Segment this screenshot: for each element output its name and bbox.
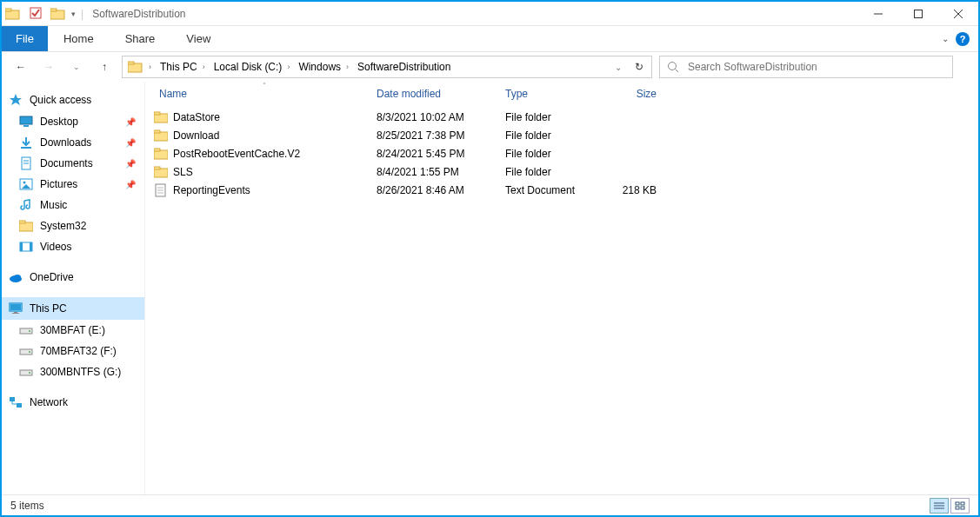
pin-icon: 📌 bbox=[125, 117, 136, 127]
column-headers[interactable]: ˄ Name Date modified Type Size bbox=[145, 82, 978, 106]
nav-quick-access[interactable]: Quick access bbox=[2, 89, 144, 111]
file-row[interactable]: ReportingEvents8/26/2021 8:46 AMText Doc… bbox=[145, 181, 978, 199]
file-name: Download bbox=[170, 129, 371, 142]
drive-icon bbox=[19, 365, 33, 379]
close-button[interactable] bbox=[938, 2, 978, 26]
sidebar-item-system32[interactable]: System32 bbox=[2, 215, 144, 236]
back-button[interactable]: ← bbox=[10, 56, 31, 77]
sidebar-item-desktop[interactable]: Desktop📌 bbox=[2, 111, 144, 132]
svg-rect-44 bbox=[961, 502, 964, 505]
file-row[interactable]: DataStore8/3/2021 10:02 AMFile folder bbox=[145, 108, 978, 126]
sidebar-item-pictures[interactable]: Pictures📌 bbox=[2, 174, 144, 195]
sidebar-item-documents[interactable]: Documents📌 bbox=[2, 153, 144, 174]
file-type: Text Document bbox=[500, 184, 604, 196]
svg-rect-45 bbox=[956, 507, 959, 509]
address-dropdown-icon[interactable]: ⌄ bbox=[608, 56, 629, 77]
search-box[interactable] bbox=[659, 56, 953, 78]
sidebar-item-music[interactable]: Music bbox=[2, 195, 144, 215]
svg-rect-46 bbox=[961, 507, 964, 509]
nav-onedrive[interactable]: OneDrive bbox=[2, 266, 144, 288]
column-name[interactable]: Name bbox=[154, 88, 371, 100]
folder-icon bbox=[154, 147, 170, 161]
file-type: File folder bbox=[500, 111, 604, 123]
view-large-icons-button[interactable] bbox=[950, 498, 970, 514]
search-input[interactable] bbox=[688, 61, 945, 73]
folder-icon bbox=[154, 110, 170, 124]
forward-button[interactable]: → bbox=[38, 56, 59, 77]
file-date: 8/3/2021 10:02 AM bbox=[371, 111, 500, 123]
svg-point-38 bbox=[669, 63, 677, 70]
breadcrumb-windows[interactable]: Windows› bbox=[295, 56, 354, 77]
file-type: File folder bbox=[500, 129, 604, 142]
column-type[interactable]: Type bbox=[500, 88, 604, 100]
ribbon: File Home Share View ⌄ ? bbox=[2, 26, 978, 52]
sidebar-drive[interactable]: 70MBFAT32 (F:) bbox=[2, 341, 144, 361]
titlebar: ▾ | SoftwareDistribution bbox=[2, 2, 978, 26]
sidebar-item-videos[interactable]: Videos bbox=[2, 236, 144, 257]
file-row[interactable]: SLS8/4/2021 1:55 PMFile folder bbox=[145, 162, 978, 181]
tab-share[interactable]: Share bbox=[110, 26, 171, 51]
file-name: SLS bbox=[170, 166, 371, 178]
file-date: 8/25/2021 7:38 PM bbox=[371, 129, 500, 142]
breadcrumb-drive[interactable]: Local Disk (C:)› bbox=[210, 56, 296, 77]
refresh-button[interactable]: ↻ bbox=[629, 56, 650, 77]
music-icon bbox=[19, 198, 33, 212]
column-date[interactable]: Date modified bbox=[371, 88, 500, 100]
file-row[interactable]: PostRebootEventCache.V28/24/2021 5:45 PM… bbox=[145, 144, 978, 162]
pin-icon: 📌 bbox=[125, 159, 136, 169]
drive-icon bbox=[19, 323, 33, 337]
navigation-pane: Quick access Desktop📌Downloads📌Documents… bbox=[2, 82, 145, 494]
nav-this-pc[interactable]: This PC bbox=[2, 297, 144, 320]
folder-icon bbox=[154, 165, 170, 179]
desktop-icon bbox=[19, 115, 33, 129]
sidebar-drive[interactable]: 30MBFAT (E:) bbox=[2, 320, 144, 341]
nav-network[interactable]: Network bbox=[2, 391, 144, 414]
app-icon bbox=[5, 7, 21, 21]
maximize-button[interactable] bbox=[898, 2, 938, 26]
svg-rect-43 bbox=[956, 502, 959, 505]
onedrive-icon bbox=[9, 270, 23, 284]
documents-icon bbox=[19, 156, 33, 170]
address-bar[interactable]: › This PC› Local Disk (C:)› Windows› Sof… bbox=[122, 56, 652, 78]
quick-access-toolbar: ▾ | bbox=[2, 7, 87, 21]
sidebar-drive[interactable]: 300MBNTFS (G:) bbox=[2, 361, 144, 382]
pin-icon: 📌 bbox=[125, 138, 136, 148]
tab-home[interactable]: Home bbox=[48, 26, 110, 51]
qat-newfolder-icon[interactable] bbox=[50, 7, 66, 21]
help-icon[interactable]: ? bbox=[956, 32, 970, 46]
videos-icon bbox=[19, 240, 33, 254]
column-size[interactable]: Size bbox=[604, 88, 665, 100]
file-date: 8/4/2021 1:55 PM bbox=[371, 166, 500, 178]
folder-icon bbox=[154, 129, 170, 143]
svg-line-39 bbox=[676, 70, 679, 73]
navigation-row: ← → ⌄ ↑ › This PC› Local Disk (C:)› Wind… bbox=[2, 52, 978, 82]
breadcrumb-current[interactable]: SoftwareDistribution bbox=[354, 56, 454, 77]
minimize-button[interactable] bbox=[858, 2, 898, 26]
status-item-count: 5 items bbox=[10, 500, 44, 512]
file-type: File folder bbox=[500, 148, 604, 160]
breadcrumb-thispc[interactable]: This PC› bbox=[157, 56, 210, 77]
folder-icon bbox=[19, 219, 33, 233]
search-icon bbox=[667, 61, 679, 73]
ribbon-expand-icon[interactable]: ⌄ bbox=[942, 34, 949, 43]
breadcrumb-root-icon[interactable]: › bbox=[124, 56, 157, 77]
file-date: 8/24/2021 5:45 PM bbox=[371, 148, 500, 160]
star-icon bbox=[9, 93, 23, 107]
file-row[interactable]: Download8/25/2021 7:38 PMFile folder bbox=[145, 126, 978, 144]
qat-dropdown-icon[interactable]: ▾ bbox=[68, 10, 79, 18]
window-title: SoftwareDistribution bbox=[92, 8, 185, 20]
tab-view[interactable]: View bbox=[170, 26, 226, 51]
pictures-icon bbox=[19, 177, 33, 191]
up-button[interactable]: ↑ bbox=[94, 56, 115, 77]
sidebar-item-downloads[interactable]: Downloads📌 bbox=[2, 132, 144, 153]
file-size: 218 KB bbox=[604, 184, 665, 196]
pin-icon: 📌 bbox=[125, 180, 136, 189]
file-icon bbox=[154, 183, 170, 197]
qat-properties-icon[interactable] bbox=[30, 7, 43, 21]
file-tab[interactable]: File bbox=[2, 26, 48, 51]
sort-indicator-icon: ˄ bbox=[263, 82, 266, 89]
file-type: File folder bbox=[500, 166, 604, 178]
recent-dropdown[interactable]: ⌄ bbox=[66, 56, 87, 77]
view-details-button[interactable] bbox=[930, 498, 949, 514]
file-name: DataStore bbox=[170, 111, 371, 123]
